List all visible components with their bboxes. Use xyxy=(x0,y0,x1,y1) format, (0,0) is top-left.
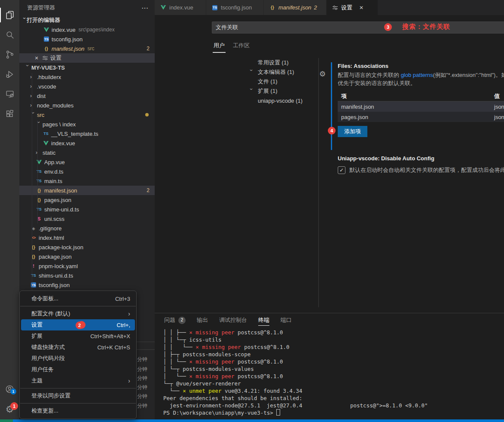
toc-文件-1[interactable]: 文件 (1) xyxy=(241,77,316,86)
run-debug-icon[interactable] xyxy=(0,64,19,84)
setting-gear-icon[interactable]: ⚙ xyxy=(319,70,326,79)
activity-bar: ⚙ xyxy=(0,0,19,422)
open-editor-index-vue[interactable]: index.vuesrc\pages\index xyxy=(19,25,155,34)
tree-item-pages-json[interactable]: {}pages.json xyxy=(19,195,155,205)
chevron-icon: › xyxy=(30,102,35,108)
chevron-icon: › xyxy=(24,64,31,70)
panel-tab-调试控制台[interactable]: 调试控制台 xyxy=(219,313,247,327)
open-editor-tsconfig-json[interactable]: TStsconfig.json xyxy=(19,34,155,44)
tree-item-node-modules[interactable]: ›node_modules xyxy=(19,101,155,110)
open-editor-manifest-json[interactable]: {}manifest.jsonsrc2 xyxy=(19,44,155,53)
open-editor-设置[interactable]: ✕设置 xyxy=(19,53,155,63)
menu-item-用户代码片段[interactable]: 用户代码片段 xyxy=(20,353,136,364)
panel-tab-输出[interactable]: 输出 xyxy=(197,313,208,327)
modified-count-badge: 2 xyxy=(147,187,150,193)
terminal-output[interactable]: │ │ ├── × missing peer postcss@^8.1.0│ │… xyxy=(163,329,504,416)
annotation-step-4: 4 xyxy=(328,127,336,135)
extensions-icon[interactable] xyxy=(0,104,19,124)
explorer-icon[interactable] xyxy=(0,5,19,25)
tree-item-src[interactable]: ›src xyxy=(19,110,155,119)
tree-item-package-json[interactable]: {}package.json xyxy=(19,252,155,261)
tree-item-index-html[interactable]: <>index.html xyxy=(19,233,155,242)
menu-item-主题[interactable]: 主题› xyxy=(20,375,136,386)
menu-item-用户任务[interactable]: 用户任务 xyxy=(20,364,136,375)
menu-item-键盘快捷方式[interactable]: 键盘快捷方式Ctrl+K Ctrl+S xyxy=(20,342,136,353)
glob-patterns-link[interactable]: glob patterns xyxy=(401,72,433,78)
panel-tab-问题[interactable]: 问题2 xyxy=(164,313,186,327)
timeline-item[interactable]: 分钟 xyxy=(137,384,147,391)
settings-sliders-icon xyxy=(42,55,49,61)
tree-item-shims-uni-d-ts[interactable]: TSshims-uni.d.ts xyxy=(19,271,155,280)
tree-item-gitignore[interactable]: ◈.gitignore xyxy=(19,223,155,233)
tsconfig-icon: TS xyxy=(44,37,49,42)
annotation-search-label: 搜索：文件关联 xyxy=(402,23,450,31)
tree-item-env-d-ts[interactable]: TSenv.d.ts xyxy=(19,167,155,176)
settings-toc: 常用设置 (1)›文本编辑器 (1)文件 (1)›扩展 (1)uniapp-vs… xyxy=(241,58,316,105)
tree-item-static[interactable]: ›static xyxy=(19,148,155,157)
timeline-item[interactable]: 分钟 xyxy=(137,402,147,410)
tree-item-uni-scss[interactable]: Suni.scss xyxy=(19,214,155,223)
tree-item-hbuilderx[interactable]: ›.hbuilderx xyxy=(19,72,155,82)
table-row-manifest-json[interactable]: manifest.jsonjsonc xyxy=(338,101,504,112)
tree-item-manifest-json[interactable]: {}manifest.json2 xyxy=(19,186,155,195)
timeline-item[interactable]: 分钟 xyxy=(137,356,147,363)
menu-item-配置文件-默认[interactable]: 配置文件 (默认)› xyxy=(20,308,136,319)
settings-sliders-icon xyxy=(332,5,339,11)
toc-扩展-1[interactable]: ›扩展 (1) xyxy=(241,86,316,96)
tab-tsconfig-json[interactable]: TStsconfig.json xyxy=(206,0,264,15)
tree-item-main-ts[interactable]: TSmain.ts xyxy=(19,176,155,186)
tree-item-dist[interactable]: ›dist xyxy=(19,91,155,101)
table-header-row: 项 值 xyxy=(338,91,504,101)
tree-item-pages-index[interactable]: ›pages \ index xyxy=(19,119,155,129)
checkbox[interactable]: ✓ xyxy=(338,166,345,174)
remote-status-segment xyxy=(0,419,13,422)
tree-item-vscode[interactable]: ›.vscode xyxy=(19,82,155,91)
tree-item-index-vue[interactable]: index.vue xyxy=(19,138,155,148)
tree-item-vls-template-ts[interactable]: TS__VLS_template.ts xyxy=(19,129,155,138)
toc-uniapp-vscode-1[interactable]: uniapp-vscode (1) xyxy=(241,96,316,105)
vue-icon xyxy=(43,28,50,32)
menu-item-检查更新[interactable]: 检查更新... xyxy=(20,405,136,416)
add-item-button[interactable]: 添加项 xyxy=(338,126,367,137)
close-icon[interactable]: ✕ xyxy=(359,5,363,11)
terminal-line: PS D:\workspace\uniapp\my-vue3-ts> xyxy=(163,409,504,416)
menu-item-命令面板[interactable]: 命令面板...Ctrl+3 xyxy=(20,293,136,304)
more-actions-icon[interactable]: ··· xyxy=(142,5,149,11)
close-icon[interactable]: ✕ xyxy=(33,55,40,61)
account-icon[interactable] xyxy=(0,379,19,399)
html-icon: <> xyxy=(30,235,37,240)
table-row-pages-json[interactable]: pages.jsonjsonc xyxy=(338,112,504,122)
chevron-icon: › xyxy=(30,112,36,117)
timeline-item[interactable]: 分钟 xyxy=(137,375,147,382)
tab-manifest-json[interactable]: {}manifest.json2 xyxy=(264,0,327,15)
panel-tab-终端[interactable]: 终端 xyxy=(258,313,269,327)
tab-设置[interactable]: 设置✕ xyxy=(327,0,378,15)
tree-item-app-vue[interactable]: App.vue xyxy=(19,157,155,167)
search-icon[interactable] xyxy=(0,25,19,45)
timeline-item[interactable]: 分钟 xyxy=(137,393,147,400)
tree-item-my-vue3-ts[interactable]: ›MY-VUE3-TS xyxy=(19,63,155,72)
terminal-cursor xyxy=(276,409,280,416)
chevron-icon: › xyxy=(248,69,254,74)
settings-search-input[interactable]: 文件关联 xyxy=(212,21,504,34)
panel-tab-端口[interactable]: 端口 xyxy=(281,313,292,327)
source-control-icon[interactable] xyxy=(0,45,19,64)
toc-常用设置-1[interactable]: 常用设置 (1) xyxy=(241,58,316,67)
menu-item-登录以同步设置[interactable]: 登录以同步设置 xyxy=(20,390,136,401)
tree-item-pnpm-lock-yaml[interactable]: !pnpm-lock.yaml xyxy=(19,261,155,271)
tab-workspace-settings[interactable]: 工作区 xyxy=(233,42,250,49)
tab-user-settings[interactable]: 用户 xyxy=(214,42,225,49)
tree-item-package-lock-json[interactable]: {}package-lock.json xyxy=(19,242,155,252)
menu-item-扩展[interactable]: 扩展Ctrl+Shift+Alt+X xyxy=(20,330,136,342)
remote-explorer-icon[interactable] xyxy=(0,84,19,104)
tree-item-tsconfig-json[interactable]: TStsconfig.json xyxy=(19,280,155,290)
toc-文本编辑器-1[interactable]: ›文本编辑器 (1) xyxy=(241,67,316,77)
panel-tabs: 问题2输出调试控制台终端端口 xyxy=(155,313,504,327)
tab-index-vue[interactable]: index.vue xyxy=(155,0,206,15)
terminal-line: jest-environment-node@27.5.1 jest@27.0.4… xyxy=(163,402,504,409)
timeline-item[interactable]: 分钟 xyxy=(137,366,147,373)
terminal-line: │ │ └── × missing peer postcss@^8.1.0 xyxy=(163,358,504,365)
open-editors-header[interactable]: › 打开的编辑器 xyxy=(19,15,155,25)
tree-item-shime-uni-d-ts[interactable]: TSshime-uni.d.ts xyxy=(19,205,155,214)
modified-dot xyxy=(145,113,149,116)
